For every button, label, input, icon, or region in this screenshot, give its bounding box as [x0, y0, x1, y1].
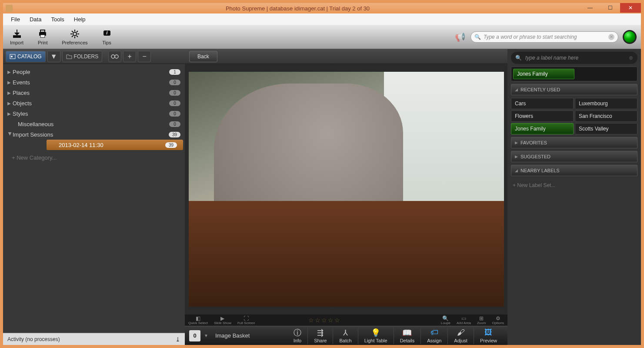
- minimize-button[interactable]: —: [580, 3, 600, 13]
- preferences-button[interactable]: Preferences: [59, 27, 90, 47]
- tree-item-events[interactable]: ▶Events0: [3, 77, 185, 87]
- info-icon: ⓘ: [294, 328, 301, 337]
- catalog-dropdown[interactable]: ▼: [47, 51, 60, 62]
- bottom-tools: ⓘInfo ⇶Share ⅄Batch 💡Light Table 📖Detail…: [287, 328, 503, 344]
- assign-button[interactable]: 🏷Assign: [420, 328, 447, 344]
- folders-icon: [66, 54, 72, 60]
- app-window: Photo Supreme | database idimager.cat | …: [3, 3, 641, 345]
- add-button[interactable]: +: [123, 51, 136, 62]
- search-icon: 🔍: [515, 55, 522, 61]
- tree-item-styles[interactable]: ▶Styles0: [3, 108, 185, 119]
- adjust-button[interactable]: 🖌Adjust: [447, 328, 474, 344]
- tab-catalog[interactable]: CATALOG: [6, 51, 46, 62]
- chevron-right-icon: ▶: [515, 141, 518, 145]
- import-button[interactable]: Import: [7, 27, 26, 47]
- section-favorites[interactable]: ▶FAVORITES: [511, 137, 637, 148]
- activity-toggle-icon[interactable]: ⤓: [175, 336, 180, 343]
- recent-labels-grid: Cars Luxembourg Flowers San Francisco Jo…: [511, 98, 637, 134]
- fullscreen-icon: ⛶: [244, 315, 249, 321]
- maximize-button[interactable]: ☐: [600, 3, 620, 13]
- print-button[interactable]: Print: [35, 27, 50, 47]
- rating-stars[interactable]: ☆☆☆☆☆: [308, 317, 341, 324]
- section-suggested[interactable]: ▶SUGGESTED: [511, 151, 637, 162]
- label-search[interactable]: 🔍 type a label name here ⊗: [511, 52, 637, 64]
- add-area-button[interactable]: ▭Add Area: [457, 315, 471, 325]
- svg-point-7: [11, 56, 13, 57]
- main-toolbar: Import Print Preferences i Tips 📢 🔍 Type…: [3, 25, 641, 49]
- label-chip[interactable]: Scotts Valley: [575, 123, 637, 134]
- clear-search-icon[interactable]: ✕: [608, 34, 614, 40]
- clear-label-search-icon[interactable]: ⊗: [629, 55, 633, 61]
- tree-item-places[interactable]: ▶Places0: [3, 87, 185, 98]
- section-recently-used[interactable]: ◢RECENTLY USED: [511, 84, 637, 95]
- tree-item-objects[interactable]: ▶Objects0: [3, 98, 185, 108]
- menu-file[interactable]: File: [7, 15, 24, 24]
- bottom-bar: 0 ▼ Image Basket ⓘInfo ⇶Share ⅄Batch 💡Li…: [185, 326, 507, 345]
- section-nearby[interactable]: ◢NEARBY LABELS: [511, 165, 637, 176]
- megaphone-icon[interactable]: 📢: [454, 31, 466, 43]
- batch-icon: ⅄: [343, 328, 348, 337]
- current-label-box: Jones Family: [511, 67, 637, 81]
- sidebar: CATALOG ▼ FOLDERS + − ▶People1 ▶Events0 …: [3, 49, 185, 345]
- photo-image: [189, 72, 504, 307]
- global-search[interactable]: 🔍 Type a word or phrase to start searchi…: [470, 31, 618, 43]
- details-button[interactable]: 📖Details: [394, 328, 421, 344]
- zoom-button[interactable]: ⊞Zoom: [477, 315, 486, 325]
- info-button[interactable]: ⓘInfo: [287, 328, 307, 344]
- loupe-button[interactable]: 🔍Loupe: [441, 315, 450, 325]
- window-title: Photo Supreme | database idimager.cat | …: [15, 5, 580, 12]
- main-area: CATALOG ▼ FOLDERS + − ▶People1 ▶Events0 …: [3, 49, 641, 345]
- quick-select-button[interactable]: ◧Quick Select: [188, 315, 208, 325]
- chevron-down-icon: ◢: [515, 87, 518, 92]
- share-icon: ⇶: [317, 328, 324, 337]
- slideshow-icon: ▶: [220, 315, 224, 321]
- details-icon: 📖: [402, 328, 412, 337]
- activity-bar[interactable]: Activity (no processes) ⤓: [3, 333, 185, 345]
- quick-select-icon: ◧: [196, 315, 200, 321]
- chevron-down-icon: ◢: [515, 168, 518, 173]
- label-chip-active[interactable]: Jones Family: [511, 123, 574, 134]
- label-chip[interactable]: San Francisco: [575, 110, 637, 122]
- label-chip[interactable]: Cars: [511, 98, 574, 109]
- share-button[interactable]: ⇶Share: [307, 328, 333, 344]
- menu-tools[interactable]: Tools: [47, 15, 68, 24]
- search-placeholder: Type a word or phrase to start searching: [484, 34, 577, 40]
- link-button[interactable]: [108, 51, 121, 62]
- new-category-button[interactable]: + New Category...: [3, 150, 185, 165]
- svg-rect-1: [40, 30, 45, 32]
- tab-folders[interactable]: FOLDERS: [62, 51, 103, 62]
- status-orb[interactable]: [623, 30, 637, 44]
- photo-viewer[interactable]: [185, 64, 507, 315]
- label-chip[interactable]: Flowers: [511, 110, 574, 122]
- tree-item-misc[interactable]: Miscellaneous0: [3, 119, 185, 129]
- titlebar: Photo Supreme | database idimager.cat | …: [3, 3, 641, 13]
- slideshow-button[interactable]: ▶Slide Show: [214, 315, 231, 325]
- remove-button[interactable]: −: [138, 51, 151, 62]
- tree-item-selected-session[interactable]: 2013-02-14 11:3039: [47, 140, 183, 150]
- assign-icon: 🏷: [430, 328, 438, 337]
- new-label-set-button[interactable]: + New Label Set...: [511, 179, 637, 192]
- close-button[interactable]: ✕: [620, 3, 641, 13]
- tree-item-import-sessions[interactable]: ▶Import Sessions39: [3, 129, 185, 140]
- loupe-icon: 🔍: [442, 315, 449, 321]
- options-button[interactable]: ⚙Options: [492, 315, 504, 325]
- basket-dropdown-icon[interactable]: ▼: [204, 333, 208, 338]
- current-label[interactable]: Jones Family: [513, 69, 574, 79]
- svg-point-3: [73, 32, 77, 36]
- batch-button[interactable]: ⅄Batch: [333, 328, 357, 344]
- basket-count[interactable]: 0: [189, 330, 200, 341]
- tips-icon: i: [102, 29, 112, 39]
- preview-button[interactable]: 🖼Preview: [474, 328, 503, 344]
- svg-point-8: [111, 55, 115, 58]
- svg-rect-2: [40, 35, 45, 37]
- light-table-button[interactable]: 💡Light Table: [358, 328, 394, 344]
- tree-item-people[interactable]: ▶People1: [3, 67, 185, 77]
- label-chip[interactable]: Luxembourg: [575, 98, 637, 109]
- fullscreen-button[interactable]: ⛶Full Screen: [237, 315, 255, 325]
- menu-help[interactable]: Help: [70, 15, 90, 24]
- back-button[interactable]: Back: [189, 51, 217, 62]
- menu-data[interactable]: Data: [25, 15, 46, 24]
- center-top-bar: Back: [185, 49, 507, 64]
- catalog-icon: [10, 54, 16, 60]
- tips-button[interactable]: i Tips: [99, 27, 115, 47]
